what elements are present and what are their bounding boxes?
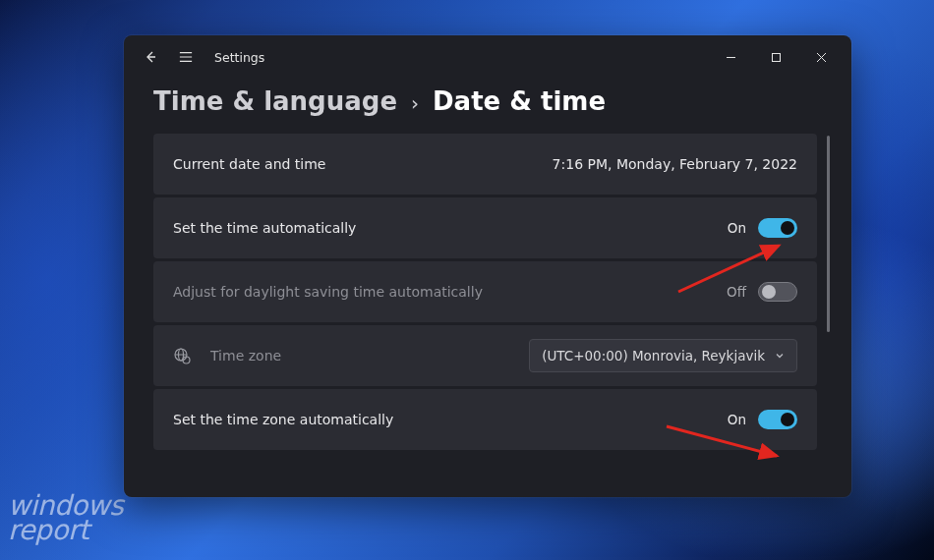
row-current-datetime: Current date and time 7:16 PM, Monday, F… (153, 134, 817, 195)
auto-time-toggle-wrap: On (728, 218, 797, 238)
minimize-button[interactable] (708, 41, 753, 73)
dst-label: Adjust for daylight saving time automati… (173, 284, 483, 300)
watermark: windows report (8, 493, 123, 542)
dst-toggle[interactable] (758, 282, 797, 302)
toggle-knob (762, 285, 776, 299)
app-title: Settings (214, 50, 264, 65)
timezone-selected: (UTC+00:00) Monrovia, Reykjavik (542, 348, 765, 364)
dst-state: Off (727, 284, 746, 300)
timezone-label: Time zone (210, 348, 281, 364)
minimize-icon (726, 52, 736, 63)
settings-window: Settings Time & language › Date & time C… (124, 35, 851, 497)
auto-tz-toggle[interactable] (758, 410, 797, 429)
toggle-knob (781, 221, 794, 235)
globe-icon (173, 347, 191, 364)
back-button[interactable] (144, 50, 157, 64)
timezone-dropdown[interactable]: (UTC+00:00) Monrovia, Reykjavik (529, 339, 797, 372)
row-auto-timezone: Set the time zone automatically On (153, 389, 817, 450)
row-dst: Adjust for daylight saving time automati… (153, 261, 817, 322)
maximize-icon (771, 52, 782, 63)
breadcrumb-parent[interactable]: Time & language (153, 86, 397, 116)
auto-time-toggle[interactable] (758, 218, 797, 238)
row-timezone: Time zone (UTC+00:00) Monrovia, Reykjavi… (153, 325, 817, 386)
titlebar-left: Settings (144, 50, 264, 65)
auto-time-state: On (728, 220, 746, 236)
scrollbar[interactable] (827, 136, 830, 332)
menu-button[interactable] (179, 50, 193, 64)
toggle-knob (781, 413, 794, 426)
auto-tz-toggle-wrap: On (728, 410, 797, 429)
auto-tz-label: Set the time zone automatically (173, 412, 393, 427)
row-auto-time: Set the time automatically On (153, 197, 817, 258)
content: Current date and time 7:16 PM, Monday, F… (124, 134, 851, 497)
svg-rect-0 (772, 53, 780, 61)
dst-toggle-wrap: Off (727, 282, 797, 302)
auto-tz-state: On (728, 412, 746, 427)
settings-list: Current date and time 7:16 PM, Monday, F… (153, 134, 817, 497)
chevron-down-icon (775, 351, 785, 361)
current-datetime-label: Current date and time (173, 156, 325, 172)
auto-time-label: Set the time automatically (173, 220, 356, 236)
hamburger-icon (179, 50, 193, 64)
arrow-left-icon (144, 50, 157, 64)
close-icon (816, 52, 827, 63)
maximize-button[interactable] (753, 41, 798, 73)
close-button[interactable] (798, 41, 844, 73)
current-datetime-value: 7:16 PM, Monday, February 7, 2022 (553, 156, 797, 172)
page-title: Date & time (433, 86, 606, 116)
titlebar: Settings (124, 35, 851, 79)
breadcrumb: Time & language › Date & time (124, 79, 851, 134)
window-controls (708, 41, 844, 73)
breadcrumb-separator: › (411, 91, 419, 115)
